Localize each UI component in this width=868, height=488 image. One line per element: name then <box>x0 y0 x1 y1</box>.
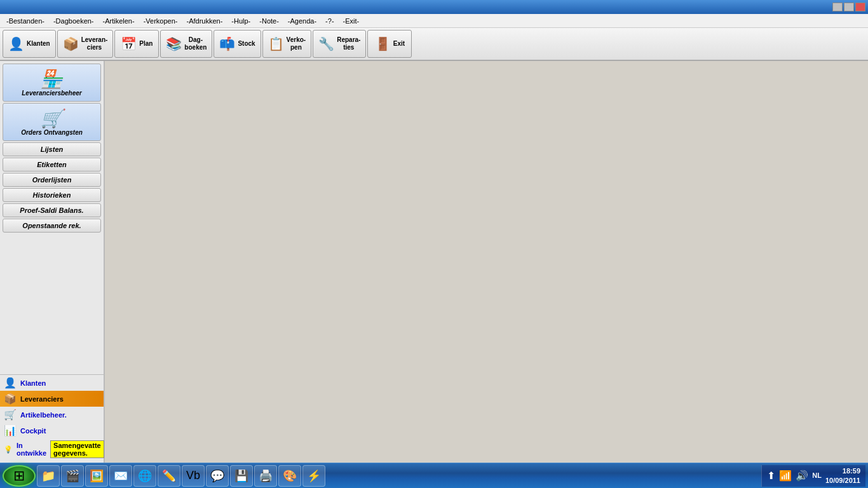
sidebar-btn-orderlijsten[interactable]: Orderlijsten <box>3 173 101 187</box>
start-button[interactable]: ⊞ <box>3 465 36 487</box>
sidebar-btn-orders_ontvangsten[interactable]: 🛒Orders Ontvangsten <box>3 103 101 141</box>
menu-item-bestanden[interactable]: -Bestanden- <box>3 16 48 26</box>
dagboeken-toolbar-label: Dag-boeken <box>184 36 207 51</box>
tray-clock: 18:5910/09/2011 <box>825 466 860 485</box>
sidebar-btn-etiketten[interactable]: Etiketten <box>3 158 101 172</box>
plan-toolbar-label: Plan <box>139 40 153 48</box>
toolbar: 👤Klanten📦Leveran-ciers📅Plan📚Dag-boeken📫S… <box>0 28 868 61</box>
sidebar-btn-proef_saldi[interactable]: Proef-Saldi Balans. <box>3 203 101 217</box>
menu-item-afdrukken[interactable]: -Afdrukken- <box>182 16 226 26</box>
tray-language: NL <box>812 471 822 480</box>
tray-icon-0: ⬆ <box>767 470 775 482</box>
stock-toolbar-label: Stock <box>238 40 255 48</box>
mail-icon[interactable]: ✉️ <box>109 465 132 487</box>
menubar: -Bestanden--Dagboeken--Artikelen--Verkop… <box>0 14 868 28</box>
leveranciers-nav-label: Leveranciers <box>20 395 64 403</box>
photo-icon[interactable]: 🖼️ <box>85 465 108 487</box>
sidebar-btn-openstaande[interactable]: Openstaande rek. <box>3 219 101 233</box>
bottom-nav-leveranciers[interactable]: 📦Leveranciers <box>0 391 104 407</box>
klanten-toolbar-label: Klanten <box>27 40 50 48</box>
leveranciers-nav-icon: 📦 <box>4 393 17 405</box>
vb-icon[interactable]: Vb <box>182 465 205 487</box>
artikelbeheer-nav-icon: 🛒 <box>4 409 17 421</box>
artikelbeheer-nav-label: Artikelbeheer. <box>20 411 67 419</box>
toolbar-btn-plan[interactable]: 📅Plan <box>114 30 159 58</box>
exit-toolbar-label: Exit <box>393 40 405 48</box>
titlebar-controls <box>832 3 865 11</box>
main-area: 🏪Leveranciersbeheer🛒Orders OntvangstenLi… <box>0 61 868 463</box>
klanten-toolbar-icon: 👤 <box>8 37 24 50</box>
minimize-button[interactable] <box>832 3 843 11</box>
titlebar <box>0 0 868 14</box>
orders_ontvangsten-label: Orders Ontvangsten <box>21 129 83 136</box>
content-area <box>105 61 868 463</box>
editor-icon[interactable]: ✏️ <box>158 465 180 487</box>
menu-item-dagboeken[interactable]: -Dagboeken- <box>50 16 98 26</box>
paint-icon[interactable]: 🎨 <box>278 465 301 487</box>
bottom-nav-klanten[interactable]: 👤Klanten <box>0 375 104 391</box>
browser-icon[interactable]: 🌐 <box>133 465 156 487</box>
quick-icon[interactable]: ⚡ <box>302 465 325 487</box>
reparaties-toolbar-label: Repara-ties <box>337 36 360 51</box>
taskbar: ⊞ 📁🎬🖼️✉️🌐✏️Vb💬💾🖨️🎨⚡⬆📶🔊NL18:5910/09/2011 <box>0 463 868 488</box>
menu-item-note[interactable]: -Note- <box>255 16 283 26</box>
toolbar-btn-reparaties[interactable]: 🔧Repara-ties <box>313 30 366 58</box>
sidebar-btn-leveranciersbeheer[interactable]: 🏪Leveranciersbeheer <box>3 64 101 102</box>
toolbar-btn-verkopen[interactable]: 📋Verko-pen <box>262 30 312 58</box>
toolbar-btn-klanten[interactable]: 👤Klanten <box>3 30 56 58</box>
bottom-navigation: 👤Klanten📦Leveranciers🛒Artikelbeheer.📊Coc… <box>0 374 105 463</box>
menu-item-verkopen[interactable]: -Verkopen- <box>140 16 182 26</box>
menu-item-vraagteken[interactable]: -?- <box>322 16 337 26</box>
sidebar-btn-lijsten[interactable]: Lijsten <box>3 142 101 156</box>
chat-icon[interactable]: 💬 <box>206 465 229 487</box>
sidebar-btn-historieken[interactable]: Historieken <box>3 188 101 202</box>
menu-item-artikelen[interactable]: -Artikelen- <box>99 16 139 26</box>
folder-icon[interactable]: 📁 <box>37 465 60 487</box>
leveranciers-toolbar-label: Leveran-ciers <box>81 36 108 51</box>
leveranciersbeheer-label: Leveranciersbeheer <box>22 90 82 97</box>
toolbar-btn-dagboeken[interactable]: 📚Dag-boeken <box>160 30 212 58</box>
klanten-nav-icon: 👤 <box>4 377 17 389</box>
toolbar-btn-stock[interactable]: 📫Stock <box>214 30 261 58</box>
save-icon[interactable]: 💾 <box>230 465 253 487</box>
verkopen-toolbar-icon: 📋 <box>268 37 284 50</box>
bottom-nav-dev[interactable]: 💡In ontwikkeSamengevatte gegevens. <box>0 438 104 460</box>
verkopen-toolbar-label: Verko-pen <box>287 36 306 51</box>
plan-toolbar-icon: 📅 <box>121 37 137 50</box>
dagboeken-toolbar-icon: 📚 <box>166 37 182 50</box>
dev-nav-icon: 💡 <box>4 445 13 454</box>
toolbar-btn-leveranciers[interactable]: 📦Leveran-ciers <box>57 30 114 58</box>
maximize-button[interactable] <box>844 3 854 11</box>
stock-toolbar-icon: 📫 <box>219 37 235 50</box>
dev-nav-label: In ontwikke <box>17 442 46 457</box>
system-tray: ⬆📶🔊NL18:5910/09/2011 <box>761 465 865 487</box>
cockpit-nav-icon: 📊 <box>4 424 17 437</box>
tray-icon-2: 🔊 <box>796 470 808 482</box>
dev-tooltip: Samengevatte gegevens. <box>50 440 104 458</box>
media-icon[interactable]: 🎬 <box>61 465 84 487</box>
exit-toolbar-icon: 🚪 <box>375 37 391 50</box>
close-button[interactable] <box>855 3 865 11</box>
orders_ontvangsten-icon: 🛒 <box>41 110 63 128</box>
reparaties-toolbar-icon: 🔧 <box>318 37 334 50</box>
menu-item-exit[interactable]: -Exit- <box>339 16 363 26</box>
tray-icon-1: 📶 <box>779 470 792 482</box>
leveranciers-toolbar-icon: 📦 <box>63 37 79 50</box>
leveranciersbeheer-icon: 🏪 <box>41 71 63 88</box>
toolbar-btn-exit[interactable]: 🚪Exit <box>367 30 412 58</box>
menu-item-hulp[interactable]: -Hulp- <box>227 16 254 26</box>
cockpit-nav-label: Cockpit <box>20 427 46 435</box>
menu-item-agenda[interactable]: -Agenda- <box>284 16 320 26</box>
klanten-nav-label: Klanten <box>20 379 46 387</box>
bottom-nav-cockpit[interactable]: 📊Cockpit <box>0 423 104 438</box>
print-icon[interactable]: 🖨️ <box>254 465 277 487</box>
bottom-nav-artikelbeheer[interactable]: 🛒Artikelbeheer. <box>0 407 104 423</box>
